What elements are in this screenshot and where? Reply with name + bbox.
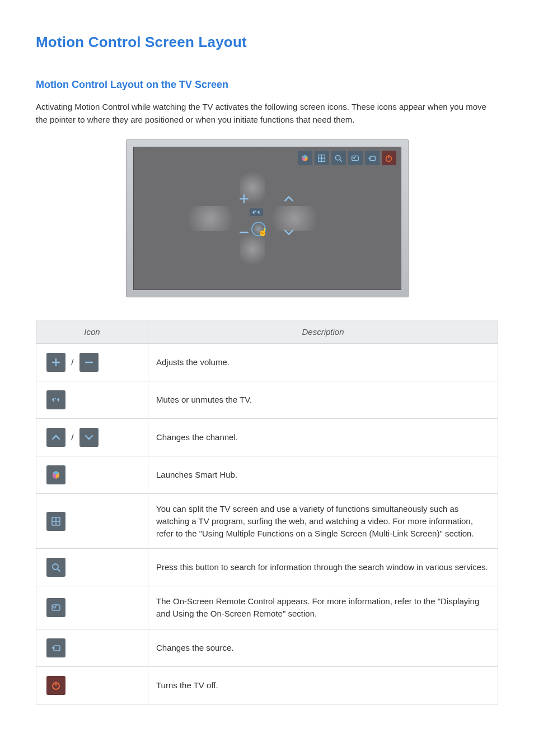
row-desc: The On-Screen Remote Control appears. Fo… <box>148 586 498 629</box>
page-title: Motion Control Screen Layout <box>36 34 498 51</box>
table-row: The On-Screen Remote Control appears. Fo… <box>36 586 498 629</box>
on-screen-remote-icon <box>348 151 363 165</box>
row-desc: Mutes or unmutes the TV. <box>148 381 498 419</box>
table-row: Press this button to search for informat… <box>36 549 498 586</box>
volume-up-icon <box>233 188 255 210</box>
table-row: Changes the source. <box>36 629 498 666</box>
row-desc: Changes the source. <box>148 629 498 666</box>
mute-icon <box>46 390 65 409</box>
volume-down-icon <box>79 353 99 372</box>
smart-hub-icon <box>46 465 65 484</box>
row-desc: Launches Smart Hub. <box>148 456 498 494</box>
volume-up-icon <box>46 353 65 372</box>
separator: / <box>68 356 77 368</box>
power-icon <box>382 151 396 165</box>
col-header-desc: Description <box>148 320 498 344</box>
pointer-cursor-icon: ☝ <box>251 222 266 236</box>
row-desc: Changes the channel. <box>148 419 498 456</box>
intro-paragraph: Activating Motion Control while watching… <box>36 101 498 126</box>
separator: / <box>68 431 77 444</box>
channel-down-icon <box>79 428 99 447</box>
icon-description-table: Icon Description / Adjusts the volume. M… <box>36 320 498 704</box>
tv-illustration: ☝ <box>36 139 498 297</box>
source-icon <box>46 638 65 657</box>
multilink-icon <box>315 151 329 165</box>
source-icon <box>365 151 380 165</box>
smart-hub-icon <box>298 151 312 165</box>
multilink-icon <box>46 512 65 531</box>
table-row: Turns the TV off. <box>36 666 498 704</box>
col-header-icon: Icon <box>36 320 148 344</box>
row-desc: Turns the TV off. <box>148 666 498 704</box>
channel-up-icon <box>46 428 65 447</box>
table-row: You can split the TV screen and use a va… <box>36 494 498 549</box>
power-icon <box>46 676 65 695</box>
channel-up-icon <box>278 188 300 210</box>
search-icon <box>331 151 346 165</box>
row-desc: Press this button to search for informat… <box>148 549 498 586</box>
on-screen-remote-icon <box>46 598 65 617</box>
table-row: / Adjusts the volume. <box>36 344 498 381</box>
row-desc: You can split the TV screen and use a va… <box>148 494 498 549</box>
mute-icon <box>250 208 263 216</box>
row-desc: Adjusts the volume. <box>148 344 498 381</box>
table-row: Mutes or unmutes the TV. <box>36 381 498 419</box>
search-icon <box>46 558 65 577</box>
table-row: / Changes the channel. <box>36 419 498 456</box>
table-row: Launches Smart Hub. <box>36 456 498 494</box>
channel-down-icon <box>278 221 300 244</box>
section-subtitle: Motion Control Layout on the TV Screen <box>36 79 498 91</box>
